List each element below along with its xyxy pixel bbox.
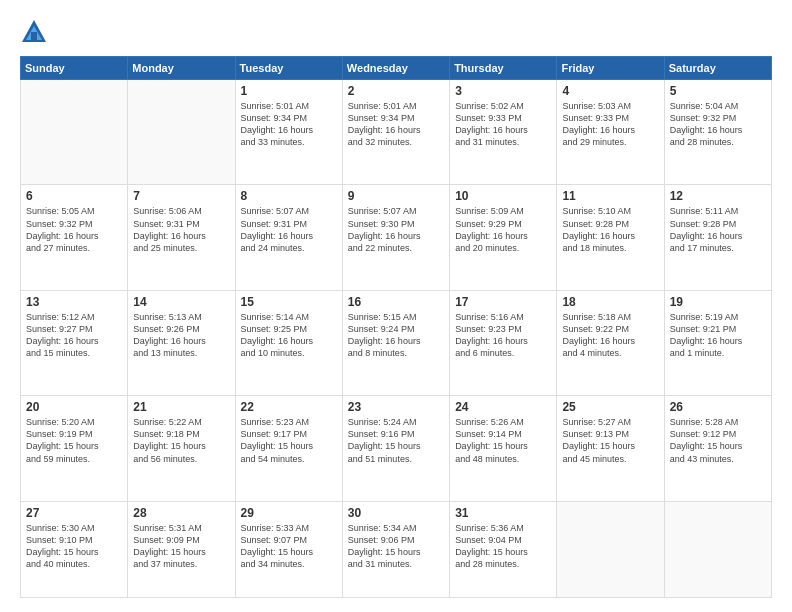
- day-number: 29: [241, 506, 337, 520]
- day-number: 15: [241, 295, 337, 309]
- day-number: 22: [241, 400, 337, 414]
- day-info: Sunrise: 5:14 AM Sunset: 9:25 PM Dayligh…: [241, 311, 337, 360]
- day-number: 8: [241, 189, 337, 203]
- weekday-header-row: SundayMondayTuesdayWednesdayThursdayFrid…: [21, 57, 772, 80]
- calendar-cell: 28Sunrise: 5:31 AM Sunset: 9:09 PM Dayli…: [128, 501, 235, 597]
- day-number: 23: [348, 400, 444, 414]
- calendar-cell: 17Sunrise: 5:16 AM Sunset: 9:23 PM Dayli…: [450, 290, 557, 395]
- calendar-cell: 19Sunrise: 5:19 AM Sunset: 9:21 PM Dayli…: [664, 290, 771, 395]
- calendar-page: SundayMondayTuesdayWednesdayThursdayFrid…: [0, 0, 792, 612]
- calendar-cell: [557, 501, 664, 597]
- day-info: Sunrise: 5:11 AM Sunset: 9:28 PM Dayligh…: [670, 205, 766, 254]
- day-number: 3: [455, 84, 551, 98]
- calendar-cell: 14Sunrise: 5:13 AM Sunset: 9:26 PM Dayli…: [128, 290, 235, 395]
- calendar-cell: 27Sunrise: 5:30 AM Sunset: 9:10 PM Dayli…: [21, 501, 128, 597]
- calendar-cell: 24Sunrise: 5:26 AM Sunset: 9:14 PM Dayli…: [450, 396, 557, 501]
- svg-rect-2: [31, 32, 37, 40]
- day-info: Sunrise: 5:03 AM Sunset: 9:33 PM Dayligh…: [562, 100, 658, 149]
- day-number: 1: [241, 84, 337, 98]
- day-info: Sunrise: 5:13 AM Sunset: 9:26 PM Dayligh…: [133, 311, 229, 360]
- weekday-header-wednesday: Wednesday: [342, 57, 449, 80]
- calendar-cell: 13Sunrise: 5:12 AM Sunset: 9:27 PM Dayli…: [21, 290, 128, 395]
- weekday-header-sunday: Sunday: [21, 57, 128, 80]
- day-info: Sunrise: 5:05 AM Sunset: 9:32 PM Dayligh…: [26, 205, 122, 254]
- day-info: Sunrise: 5:15 AM Sunset: 9:24 PM Dayligh…: [348, 311, 444, 360]
- calendar-cell: 3Sunrise: 5:02 AM Sunset: 9:33 PM Daylig…: [450, 80, 557, 185]
- day-info: Sunrise: 5:34 AM Sunset: 9:06 PM Dayligh…: [348, 522, 444, 571]
- day-number: 27: [26, 506, 122, 520]
- day-number: 21: [133, 400, 229, 414]
- calendar-cell: 25Sunrise: 5:27 AM Sunset: 9:13 PM Dayli…: [557, 396, 664, 501]
- calendar-cell: 5Sunrise: 5:04 AM Sunset: 9:32 PM Daylig…: [664, 80, 771, 185]
- calendar-cell: 7Sunrise: 5:06 AM Sunset: 9:31 PM Daylig…: [128, 185, 235, 290]
- day-info: Sunrise: 5:04 AM Sunset: 9:32 PM Dayligh…: [670, 100, 766, 149]
- weekday-header-friday: Friday: [557, 57, 664, 80]
- day-number: 2: [348, 84, 444, 98]
- day-number: 5: [670, 84, 766, 98]
- header: [20, 18, 772, 46]
- calendar-cell: 31Sunrise: 5:36 AM Sunset: 9:04 PM Dayli…: [450, 501, 557, 597]
- day-number: 24: [455, 400, 551, 414]
- calendar-cell: [128, 80, 235, 185]
- calendar-cell: [21, 80, 128, 185]
- calendar-cell: 4Sunrise: 5:03 AM Sunset: 9:33 PM Daylig…: [557, 80, 664, 185]
- day-number: 10: [455, 189, 551, 203]
- day-info: Sunrise: 5:33 AM Sunset: 9:07 PM Dayligh…: [241, 522, 337, 571]
- day-info: Sunrise: 5:16 AM Sunset: 9:23 PM Dayligh…: [455, 311, 551, 360]
- calendar-cell: 10Sunrise: 5:09 AM Sunset: 9:29 PM Dayli…: [450, 185, 557, 290]
- day-number: 19: [670, 295, 766, 309]
- day-info: Sunrise: 5:30 AM Sunset: 9:10 PM Dayligh…: [26, 522, 122, 571]
- day-info: Sunrise: 5:27 AM Sunset: 9:13 PM Dayligh…: [562, 416, 658, 465]
- calendar-cell: 23Sunrise: 5:24 AM Sunset: 9:16 PM Dayli…: [342, 396, 449, 501]
- day-info: Sunrise: 5:01 AM Sunset: 9:34 PM Dayligh…: [348, 100, 444, 149]
- day-info: Sunrise: 5:36 AM Sunset: 9:04 PM Dayligh…: [455, 522, 551, 571]
- day-info: Sunrise: 5:20 AM Sunset: 9:19 PM Dayligh…: [26, 416, 122, 465]
- week-row-5: 27Sunrise: 5:30 AM Sunset: 9:10 PM Dayli…: [21, 501, 772, 597]
- day-number: 6: [26, 189, 122, 203]
- calendar-cell: 12Sunrise: 5:11 AM Sunset: 9:28 PM Dayli…: [664, 185, 771, 290]
- calendar-cell: 29Sunrise: 5:33 AM Sunset: 9:07 PM Dayli…: [235, 501, 342, 597]
- calendar-cell: 15Sunrise: 5:14 AM Sunset: 9:25 PM Dayli…: [235, 290, 342, 395]
- day-info: Sunrise: 5:12 AM Sunset: 9:27 PM Dayligh…: [26, 311, 122, 360]
- weekday-header-saturday: Saturday: [664, 57, 771, 80]
- calendar-cell: [664, 501, 771, 597]
- day-info: Sunrise: 5:24 AM Sunset: 9:16 PM Dayligh…: [348, 416, 444, 465]
- day-number: 30: [348, 506, 444, 520]
- calendar-cell: 16Sunrise: 5:15 AM Sunset: 9:24 PM Dayli…: [342, 290, 449, 395]
- day-info: Sunrise: 5:19 AM Sunset: 9:21 PM Dayligh…: [670, 311, 766, 360]
- day-number: 17: [455, 295, 551, 309]
- logo: [20, 18, 52, 46]
- day-number: 26: [670, 400, 766, 414]
- calendar-cell: 6Sunrise: 5:05 AM Sunset: 9:32 PM Daylig…: [21, 185, 128, 290]
- week-row-4: 20Sunrise: 5:20 AM Sunset: 9:19 PM Dayli…: [21, 396, 772, 501]
- day-info: Sunrise: 5:02 AM Sunset: 9:33 PM Dayligh…: [455, 100, 551, 149]
- day-number: 31: [455, 506, 551, 520]
- weekday-header-thursday: Thursday: [450, 57, 557, 80]
- day-info: Sunrise: 5:18 AM Sunset: 9:22 PM Dayligh…: [562, 311, 658, 360]
- day-number: 4: [562, 84, 658, 98]
- day-number: 16: [348, 295, 444, 309]
- day-number: 9: [348, 189, 444, 203]
- calendar-cell: 30Sunrise: 5:34 AM Sunset: 9:06 PM Dayli…: [342, 501, 449, 597]
- day-info: Sunrise: 5:22 AM Sunset: 9:18 PM Dayligh…: [133, 416, 229, 465]
- day-info: Sunrise: 5:28 AM Sunset: 9:12 PM Dayligh…: [670, 416, 766, 465]
- weekday-header-tuesday: Tuesday: [235, 57, 342, 80]
- calendar-cell: 2Sunrise: 5:01 AM Sunset: 9:34 PM Daylig…: [342, 80, 449, 185]
- calendar-cell: 1Sunrise: 5:01 AM Sunset: 9:34 PM Daylig…: [235, 80, 342, 185]
- week-row-3: 13Sunrise: 5:12 AM Sunset: 9:27 PM Dayli…: [21, 290, 772, 395]
- calendar-cell: 18Sunrise: 5:18 AM Sunset: 9:22 PM Dayli…: [557, 290, 664, 395]
- week-row-2: 6Sunrise: 5:05 AM Sunset: 9:32 PM Daylig…: [21, 185, 772, 290]
- calendar-cell: 8Sunrise: 5:07 AM Sunset: 9:31 PM Daylig…: [235, 185, 342, 290]
- day-number: 14: [133, 295, 229, 309]
- day-number: 12: [670, 189, 766, 203]
- day-info: Sunrise: 5:07 AM Sunset: 9:30 PM Dayligh…: [348, 205, 444, 254]
- day-info: Sunrise: 5:23 AM Sunset: 9:17 PM Dayligh…: [241, 416, 337, 465]
- calendar-cell: 26Sunrise: 5:28 AM Sunset: 9:12 PM Dayli…: [664, 396, 771, 501]
- day-info: Sunrise: 5:07 AM Sunset: 9:31 PM Dayligh…: [241, 205, 337, 254]
- day-info: Sunrise: 5:10 AM Sunset: 9:28 PM Dayligh…: [562, 205, 658, 254]
- day-number: 11: [562, 189, 658, 203]
- calendar-cell: 22Sunrise: 5:23 AM Sunset: 9:17 PM Dayli…: [235, 396, 342, 501]
- day-info: Sunrise: 5:31 AM Sunset: 9:09 PM Dayligh…: [133, 522, 229, 571]
- day-number: 18: [562, 295, 658, 309]
- day-number: 25: [562, 400, 658, 414]
